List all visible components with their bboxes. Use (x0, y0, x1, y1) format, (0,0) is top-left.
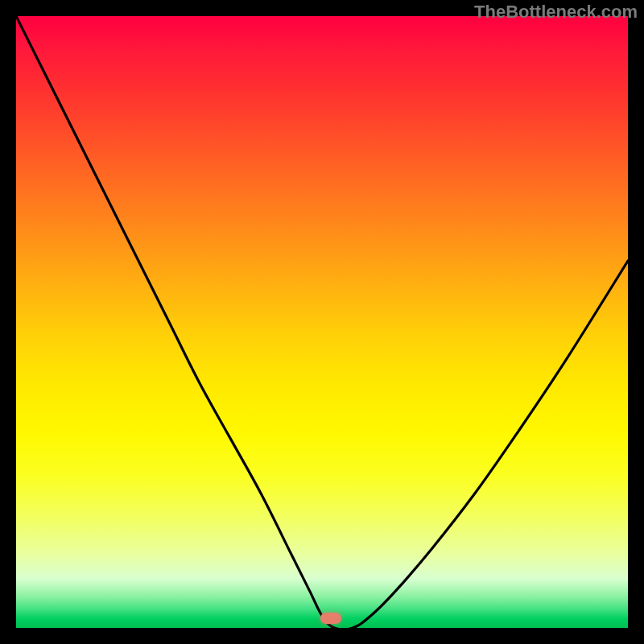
bottleneck-curve (16, 16, 628, 628)
chart-plot-area (16, 16, 628, 628)
optimal-point-marker (320, 613, 341, 624)
chart-stage: TheBottleneck.com (0, 0, 644, 644)
watermark-text: TheBottleneck.com (474, 2, 638, 23)
